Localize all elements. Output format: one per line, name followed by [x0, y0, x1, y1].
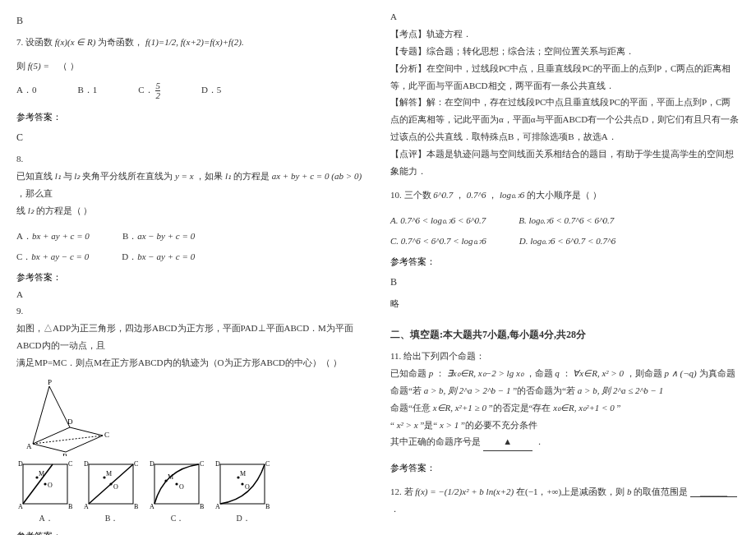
- q8-l2b: l₂: [28, 205, 34, 215]
- q10-ref-label: 参考答案：: [390, 253, 740, 270]
- q8-l1: l₁: [55, 171, 61, 181]
- q8B-eq: ax − by + c = 0: [137, 231, 195, 241]
- q11-l1f: 为真命题: [699, 368, 735, 378]
- q10-answer: B: [390, 273, 740, 292]
- q8-row2: C．bx + ay − c = 0 D．bx − ay + c = 0: [16, 248, 366, 265]
- q12-d: ．: [390, 504, 399, 514]
- sq-A: M O A B C D: [16, 459, 76, 510]
- sqD-A: A: [215, 503, 220, 510]
- q7-paren: （ ）: [58, 61, 79, 71]
- q10-row1: A. 0.7^6 < log₀.₇6 < 6^0.7 B. log₀.₇6 < …: [390, 212, 740, 229]
- sqA-D: D: [18, 460, 23, 468]
- dianping-txt: 本题是轨迹问题与空间线面关系相结合的题目，有助于学生提高学生的空间想象能力．: [390, 149, 734, 176]
- q8C-l: C．: [16, 251, 31, 261]
- q7-optC-num: 5: [155, 81, 160, 91]
- q9-line2: 满足MP=MC．则点M在正方形ABCD内的轨迹为（O为正方形ABCD的中心）（ …: [16, 354, 366, 371]
- q11-p: p: [429, 368, 434, 378]
- sqD-B: B: [265, 503, 270, 510]
- q9-ref-label: 参考答案：: [16, 528, 366, 535]
- q11-l3e: ”: [617, 403, 621, 413]
- dianping-lbl: 【点评】: [390, 149, 426, 159]
- q11-l4e: ”的必要不充分条件: [461, 420, 537, 430]
- q8D-eq: bx − ay + c = 0: [137, 251, 195, 261]
- q11-ref-label: 参考答案：: [390, 459, 740, 477]
- zhuanti-lbl: 【专题】: [390, 46, 426, 56]
- q10-optB: B. log₀.₇6 < 0.7^6 < 6^0.7: [519, 212, 614, 229]
- q11-l1: 已知命题 p ： ∃x₀∈R, x₀−2 > lg x₀ ，命题 q ： ∀x∈…: [390, 365, 740, 382]
- q10-stem: 10. 三个数 6^0.7 ， 0.7^6 ， log₀.₇6 的大小顺序是（ …: [390, 187, 740, 204]
- sq-C: M O A B C D: [148, 459, 207, 510]
- q7-optC-label: C．: [138, 85, 153, 95]
- q11-l3c: ”的否定是“存在: [489, 403, 551, 413]
- sqB-O: O: [113, 483, 118, 491]
- q8-num: 8.: [16, 150, 366, 168]
- zhuanti: 【专题】综合题；转化思想；综合法；空间位置关系与距离．: [390, 43, 740, 60]
- lbl-D: D: [67, 417, 73, 426]
- kaodian: 【考点】轨迹方程．: [390, 25, 740, 43]
- q8-t3: 夹角平分线所在直线为: [82, 171, 173, 181]
- q12-bvar: b: [627, 487, 632, 496]
- q11-l2: 命题“若 a > b, 则 2^a > 2^b − 1 ”的否命题为“若 a >…: [390, 382, 740, 399]
- q9-num: 9.: [16, 302, 366, 320]
- sqD-O: O: [245, 483, 250, 491]
- q11-l1d: ：: [562, 368, 571, 378]
- sqB-D: D: [84, 460, 89, 468]
- sqC-M: M: [168, 473, 173, 481]
- q11-blank: ▲: [483, 433, 532, 451]
- q7-optC-den: 2: [155, 91, 160, 100]
- q11-l5t: 其中正确的命题序号是: [390, 436, 481, 446]
- q10-e1: 6^0.7: [433, 190, 453, 200]
- q11-pnq: p ∧ (¬q): [665, 368, 697, 378]
- q7-cond: f(1)=1/2, f(x+2)=f(x)+f(2).: [145, 37, 244, 47]
- q8-l2: l₂: [74, 171, 80, 181]
- q8-yx: y = x: [175, 171, 194, 181]
- svg-point-6: [44, 482, 46, 485]
- sqA-O: O: [48, 482, 53, 489]
- q7-ref-label: 参考答案：: [16, 108, 366, 126]
- sqB-C: C: [134, 460, 138, 468]
- jieda-txt: 解：在空间中，存在过线段PC中点且垂直线段PC的平面，平面上点到P，C两点的距离…: [390, 97, 739, 141]
- q10-lve: 略: [390, 295, 740, 312]
- sqB-B: B: [134, 503, 138, 510]
- q11-l4b: x² > x: [397, 420, 418, 430]
- q10-a: 10. 三个数: [390, 190, 431, 200]
- q10-e5: log₀.₇6: [500, 190, 524, 200]
- q8-answer: A: [16, 286, 366, 303]
- q11-l3a: 命题“任意: [390, 403, 431, 413]
- q10-optC: C. 0.7^6 < 6^0.7 < log₀.₇6: [390, 233, 486, 250]
- q12-a: 12. 若: [390, 487, 413, 496]
- q11-l3d: x₀∈R, x₀²+1 < 0: [553, 403, 615, 413]
- svg-point-10: [109, 482, 112, 485]
- jieda: 【解答】解：在空间中，存在过线段PC中点且垂直线段PC的平面，平面上点到P，C两…: [390, 94, 740, 145]
- lbl-P: P: [48, 378, 52, 386]
- jieda-lbl: 【解答】: [390, 97, 426, 107]
- q11-l1c: ，命题: [526, 368, 553, 378]
- sqC-A: A: [150, 503, 154, 510]
- sqA-B: B: [68, 503, 72, 510]
- q11-l2a: 命题“若: [390, 385, 422, 395]
- q11-l3: 命题“任意 x∈R, x²+1 ≥ 0 ”的否定是“存在 x₀∈R, x₀²+1…: [390, 399, 740, 417]
- q7-text-a: 7. 设函数: [16, 37, 53, 47]
- q7-ask: 则 f(5) = （ ）: [16, 58, 366, 75]
- q8-stem: 已知直线 l₁ 与 l₂ 夹角平分线所在直线为 y = x ，如果 l₁ 的方程…: [16, 168, 366, 219]
- lbl-B: B: [62, 452, 67, 456]
- q8-t8: 的方程是（ ）: [36, 205, 93, 215]
- q10-row2: C. 0.7^6 < 6^0.7 < log₀.₇6 D. log₀.₇6 < …: [390, 233, 740, 250]
- svg-point-16: [241, 482, 243, 485]
- q7-optD: D．5: [201, 81, 221, 100]
- lbl-C: C: [104, 431, 109, 439]
- q9-line1: 如图，△ADP为正三角形，四边形ABCD为正方形，平面PAD⊥平面ABCD．M为…: [16, 320, 366, 354]
- q7-options: A．0 B．1 C． 5 2 D．5: [16, 81, 366, 100]
- q8C-eq: bx + ay − c = 0: [31, 251, 89, 261]
- q11-l2b: a > b, 则 2^a > 2^b − 1: [424, 385, 511, 395]
- q8A-l: A．: [16, 231, 32, 241]
- q7-f5: f(5) =: [28, 61, 49, 71]
- q7-fx: f(x)(x ∈ R): [55, 37, 96, 47]
- zhuanti-txt: 综合题；转化思想；综合法；空间位置关系与距离．: [426, 46, 634, 56]
- q11-peq: ∃x₀∈R, x₀−2 > lg x₀: [447, 368, 523, 378]
- sqC-C: C: [200, 460, 204, 468]
- q7-optB: B．1: [77, 81, 97, 100]
- q7-optC: C． 5 2: [138, 81, 160, 100]
- q11-q: q: [555, 368, 560, 378]
- q7-stem: 7. 设函数 f(x)(x ∈ R) 为奇函数， f(1)=1/2, f(x+2…: [16, 34, 366, 51]
